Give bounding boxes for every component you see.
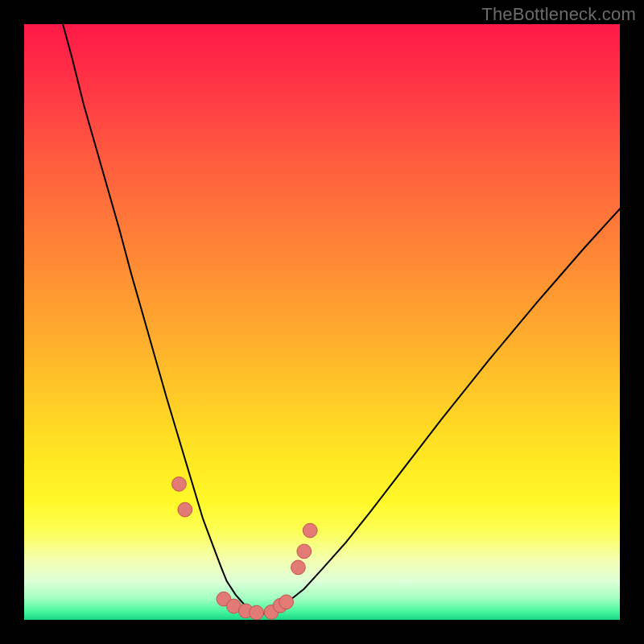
data-marker [297,544,312,559]
watermark-text: TheBottleneck.com [481,4,636,25]
data-marker [279,595,294,609]
data-marker [291,560,306,575]
data-marker [303,523,317,538]
data-marker [172,477,187,491]
plot-area [24,24,620,620]
data-markers [24,24,620,620]
data-marker [250,605,264,620]
chart-frame: TheBottleneck.com [0,0,644,644]
data-marker [178,502,192,517]
